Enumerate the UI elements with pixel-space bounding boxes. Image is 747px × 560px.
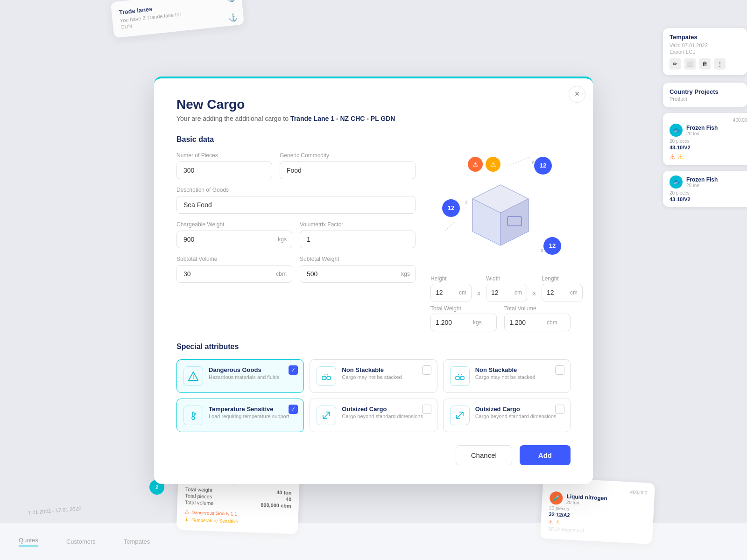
chargeable-weight-input-wrap: kgs xyxy=(176,231,292,248)
outsized-title-1: Outsized Cargo xyxy=(342,406,430,413)
length-input[interactable] xyxy=(542,284,565,301)
subtotal-weight-wrap: kgs xyxy=(300,265,416,283)
total-volume-input-wrap: cbm xyxy=(504,314,571,331)
height-input-wrap: cm xyxy=(430,284,472,301)
row-description: Description of Goods xyxy=(176,187,416,214)
non-stackable-card-2[interactable]: Non Stackable Cargo may not be stacked xyxy=(443,359,571,393)
temp-sensitive-title: Temperature Sensitive xyxy=(209,406,297,413)
modal-backdrop: × New Cargo Your are adding the addition… xyxy=(0,0,747,560)
dangerous-goods-desc: Hazardous materials and fluids xyxy=(209,374,297,380)
commodity-label: Generic Commodity xyxy=(280,152,416,159)
non-stackable-icon-2 xyxy=(450,366,470,386)
basic-data-title: Basic data xyxy=(176,135,571,144)
visual-section: ⚠ ⚠ 12 12 12 y z x xyxy=(430,152,571,331)
length-input-wrap: cm xyxy=(542,284,583,301)
length-group: Lenght cm xyxy=(542,275,583,301)
total-weight-input-wrap: kgs xyxy=(430,314,497,331)
dangerous-goods-card[interactable]: ! Dangerous Goods Hazardous materials an… xyxy=(176,359,304,393)
attributes-grid: ! Dangerous Goods Hazardous materials an… xyxy=(176,359,571,432)
total-weight-unit: kgs xyxy=(468,319,486,326)
outsized-text-2: Outsized Cargo Cargo beyond standard dim… xyxy=(475,406,564,419)
height-group: Height cm xyxy=(430,275,472,301)
cancel-button[interactable]: Chancel xyxy=(456,445,512,465)
outsized-title-2: Outsized Cargo xyxy=(475,406,564,413)
dangerous-goods-icon: ! xyxy=(183,366,203,386)
subtotal-volume-wrap: cbm xyxy=(176,265,292,283)
width-input[interactable] xyxy=(486,284,510,301)
pieces-group: Numer of Pieces xyxy=(176,152,272,179)
subtotal-weight-group: Subtotal Weight kgs xyxy=(300,256,416,283)
chargeable-weight-group: Chargeable Weight kgs xyxy=(176,221,292,248)
outsized-desc-2: Cargo beyond standard dimensions xyxy=(475,413,564,419)
description-input[interactable] xyxy=(176,196,416,214)
new-cargo-modal: × New Cargo Your are adding the addition… xyxy=(154,77,593,484)
commodity-group: Generic Commodity xyxy=(280,152,416,179)
temp-sensitive-checkbox[interactable]: ✓ xyxy=(289,405,298,414)
non-stackable-text-2: Non Stackable Cargo may not be stacked xyxy=(475,366,564,380)
outsized-checkbox-2[interactable] xyxy=(555,405,564,414)
chargeable-weight-unit: kgs xyxy=(278,236,287,243)
subtotal-volume-group: Subtotal Volume cbm xyxy=(176,256,292,283)
svg-rect-18 xyxy=(460,377,464,379)
outsized-text-1: Outsized Cargo Cargo beyond standard dim… xyxy=(342,406,430,419)
dangerous-goods-checkbox[interactable]: ✓ xyxy=(289,365,298,375)
height-label: Height xyxy=(430,275,472,282)
svg-rect-13 xyxy=(322,377,326,379)
row-subtotals: Subtotal Volume cbm Subtotal Weight kgs xyxy=(176,256,416,283)
total-weight-input[interactable] xyxy=(431,314,468,331)
temp-sensitive-desc: Load requiring temperature support xyxy=(209,413,297,419)
outsized-icon-1 xyxy=(317,406,336,425)
non-stackable-checkbox-2[interactable] xyxy=(555,365,564,375)
outsized-card-1[interactable]: Outsized Cargo Cargo beyond standard dim… xyxy=(310,399,437,432)
pieces-input[interactable] xyxy=(176,161,272,179)
trade-lane-name: Trande Lane 1 - NZ CHC - PL GDN xyxy=(290,115,395,122)
svg-line-9 xyxy=(507,157,531,166)
total-weight-group: Total Weight kgs xyxy=(430,305,497,331)
temp-sensitive-card[interactable]: Temperature Sensitive Load requiring tem… xyxy=(176,399,304,432)
subtotal-weight-input[interactable] xyxy=(300,265,416,283)
description-label: Description of Goods xyxy=(176,187,416,193)
subtotal-volume-input[interactable] xyxy=(176,265,292,283)
length-unit: cm xyxy=(565,289,582,296)
total-volume-unit: cbm xyxy=(542,319,562,326)
non-stackable-icon-1 xyxy=(317,366,336,386)
description-group: Description of Goods xyxy=(176,187,416,214)
subtotal-volume-unit: cbm xyxy=(276,271,287,277)
sep1: x xyxy=(475,289,482,297)
form-visual-container: Numer of Pieces Generic Commodity Descri… xyxy=(176,152,571,331)
width-unit: cm xyxy=(510,289,527,296)
width-input-wrap: cm xyxy=(486,284,527,301)
outsized-card-2[interactable]: Outsized Cargo Cargo beyond standard dim… xyxy=(443,399,571,432)
dangerous-goods-title: Dangerous Goods xyxy=(209,366,297,373)
special-attributes-section: Special attributes ! Dangerous Goods Haz… xyxy=(176,343,571,432)
svg-point-21 xyxy=(192,417,195,420)
add-button[interactable]: Add xyxy=(520,445,571,465)
modal-title: New Cargo xyxy=(176,97,571,112)
close-button[interactable]: × xyxy=(569,86,585,103)
non-stackable-card-1[interactable]: Non Stackable Cargo may not be stacked xyxy=(310,359,437,393)
non-stackable-checkbox-1[interactable] xyxy=(422,365,431,375)
height-input[interactable] xyxy=(431,284,454,301)
dangerous-goods-text: Dangerous Goods Hazardous materials and … xyxy=(209,366,297,380)
total-volume-input[interactable] xyxy=(505,314,542,331)
width-group: Width cm xyxy=(486,275,527,301)
row-pieces-commodity: Numer of Pieces Generic Commodity xyxy=(176,152,416,179)
special-attributes-title: Special attributes xyxy=(176,343,571,351)
commodity-input[interactable] xyxy=(280,161,416,179)
svg-text:!: ! xyxy=(192,375,194,380)
outsized-checkbox-1[interactable] xyxy=(422,405,431,414)
subtotal-weight-unit: kgs xyxy=(401,271,410,277)
pieces-label: Numer of Pieces xyxy=(176,152,272,159)
svg-rect-17 xyxy=(456,377,459,379)
subtotal-volume-label: Subtotal Volume xyxy=(176,256,292,262)
non-stackable-title-1: Non Stackable xyxy=(342,366,430,373)
volumetrix-label: Volumetrix Factor xyxy=(300,221,416,228)
action-row: Chancel Add xyxy=(176,445,571,465)
row-weight-factor: Chargeable Weight kgs Volumetrix Factor xyxy=(176,221,416,248)
non-stackable-desc-1: Cargo may not be stacked xyxy=(342,374,430,380)
width-label: Width xyxy=(486,275,527,282)
length-label: Lenght xyxy=(542,275,583,282)
volumetrix-input[interactable] xyxy=(300,231,416,248)
totals-row: Total Weight kgs Total Volume cbm xyxy=(430,305,571,331)
chargeable-weight-input[interactable] xyxy=(176,231,292,248)
